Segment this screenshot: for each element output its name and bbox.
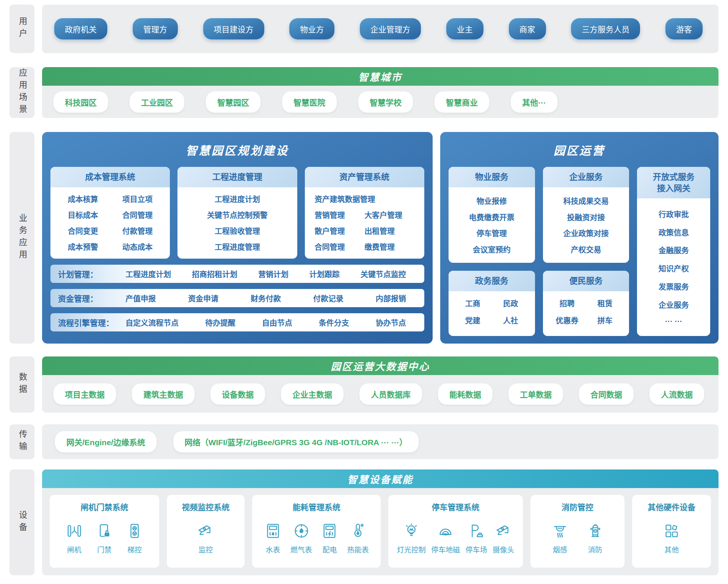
user-pill-government[interactable]: 政府机关 [54, 18, 107, 39]
device-item-turnstile: 闸机 [66, 522, 83, 554]
scenario-pill-industrial-park[interactable]: 工业园区 [130, 91, 184, 113]
fund-row-label: 资金管理： [58, 292, 126, 304]
planning-panel-title: 智慧园区规划建设 [50, 132, 424, 167]
device-item-fire-hydrant: 消防 [587, 522, 604, 554]
user-pill-property[interactable]: 物业方 [289, 18, 334, 39]
other-hardware-title: 其他硬件设备 [635, 501, 708, 512]
fund-item: 内部报销 [376, 293, 406, 304]
device-label: 停车场 [466, 544, 487, 554]
device-cards: 闸机门禁系统 闸机 门禁 [42, 488, 719, 575]
data-pill-device[interactable]: 设备数据 [210, 383, 265, 405]
fund-row-items: 产值申报 资金申请 财务付款 付款记录 内部报销 [126, 293, 424, 304]
plan-row-items: 工程进度计划 招商招租计划 营销计划 计划跟踪 关键节点监控 [126, 268, 424, 279]
device-item-elevator: 梯控 [126, 522, 143, 554]
cost-item: 合同管理 [122, 209, 152, 220]
gateway-item: 金融服务 [659, 245, 689, 256]
cost-item: 动态成本 [122, 241, 152, 252]
user-pill-enterprise-admin[interactable]: 企业管理方 [360, 18, 421, 39]
convenience-item: 拼车 [597, 315, 612, 326]
asset-item-lead: 资产建筑数据管理 [315, 193, 375, 204]
operation-panel: 园区运营 物业服务 物业报修 电费缴费开票 停车管理 会议室预约 企业服务 [440, 132, 719, 344]
cost-item: 合同变更 [68, 225, 98, 236]
device-label: 其他 [664, 544, 679, 554]
user-pill-merchant[interactable]: 商家 [509, 18, 546, 39]
sidebar-label-devices: 设备 [9, 469, 35, 575]
business-content: 智慧园区规划建设 成本管理系统 成本核算 项目立项 目标成本 合同管理 合同变更… [42, 132, 719, 344]
workflow-item: 协办节点 [376, 317, 406, 328]
property-item: 物业报修 [477, 195, 507, 206]
device-item-parking-sensor: 停车地磁 [431, 522, 460, 554]
transport-pill-network[interactable]: 网络（WIFI/蓝牙/ZigBee/GPRS 3G 4G /NB-IOT/LOR… [173, 431, 419, 452]
workflow-item: 条件分支 [319, 317, 349, 328]
gateway-card-title: 开放式服务 接入网关 [637, 167, 710, 198]
parking-sensor-icon [437, 522, 454, 540]
property-service-card: 物业服务 物业报修 电费缴费开票 停车管理 会议室预约 [449, 167, 535, 263]
user-pill-builder[interactable]: 项目建设方 [203, 18, 264, 39]
user-pill-owner[interactable]: 业主 [446, 18, 483, 39]
device-item-parking-lot: 停车场 [466, 522, 487, 554]
transport-pill-row: 网关/Engine/边缘系统 网络（WIFI/蓝牙/ZigBee/GPRS 3G… [42, 424, 719, 459]
cctv-icon [197, 522, 214, 540]
user-pill-third-party[interactable]: 三方服务人员 [571, 18, 640, 39]
transport-content: 网关/Engine/边缘系统 网络（WIFI/蓝牙/ZigBee/GPRS 3G… [42, 424, 719, 459]
smoke-detector-icon [551, 522, 569, 540]
scenarios-label: 应用场景 [16, 68, 28, 117]
door-access-icon [96, 522, 113, 540]
sidebar-label-transport: 传输 [9, 424, 35, 459]
convenience-item: 租赁 [597, 298, 612, 309]
water-meter-icon [264, 522, 282, 540]
video-surveillance-title: 视频监控系统 [170, 501, 242, 512]
data-pill-workorder[interactable]: 工单数据 [508, 383, 563, 405]
cost-card-title: 成本管理系统 [50, 167, 170, 187]
scenario-pill-smart-hospital[interactable]: 智慧医院 [282, 91, 337, 113]
energy-management-icons: 水表 燃气表 配电 [255, 516, 378, 560]
camera-icon [495, 522, 512, 540]
scenario-pill-tech-park[interactable]: 科技园区 [53, 91, 108, 113]
turnstile-icon [66, 522, 83, 540]
gateway-card-body: 行政审批 政策信息 金融服务 知识产权 发票服务 企业服务 ··· ··· [637, 198, 710, 336]
asset-item: 营销管理 [315, 209, 345, 220]
open-service-gateway-card: 开放式服务 接入网关 行政审批 政策信息 金融服务 知识产权 发票服务 企业服务… [637, 167, 710, 336]
energy-management-title: 能耗管理系统 [255, 501, 378, 512]
transport-pill-gateway[interactable]: 网关/Engine/边缘系统 [55, 431, 157, 452]
scenario-pill-smart-park[interactable]: 智慧园区 [206, 91, 260, 113]
planning-panel: 智慧园区规划建设 成本管理系统 成本核算 项目立项 目标成本 合同管理 合同变更… [42, 132, 433, 344]
user-pill-visitor[interactable]: 游客 [665, 18, 703, 39]
data-pill-project[interactable]: 项目主数据 [53, 383, 116, 405]
convenience-item: 优惠券 [556, 315, 579, 326]
data-pill-personnel[interactable]: 人员数据库 [359, 383, 422, 405]
light-control-icon [403, 522, 420, 540]
scenario-pill-smart-business[interactable]: 智慧商业 [435, 91, 489, 113]
user-pill-manager[interactable]: 管理方 [133, 18, 178, 39]
enterprise-card-body: 科技成果交易 投融资对接 企业政策对接 产权交易 [543, 187, 629, 263]
device-label: 烟感 [553, 544, 567, 554]
device-item-other: 其他 [663, 522, 680, 554]
transport-band: 传输 网关/Engine/边缘系统 网络（WIFI/蓝牙/ZigBee/GPRS… [9, 424, 719, 459]
data-pill-energy[interactable]: 能耗数据 [438, 383, 493, 405]
data-pill-contract[interactable]: 合同数据 [579, 383, 634, 405]
business-band: 业务应用 智慧园区规划建设 成本管理系统 成本核算 项目立项 目标成本 合同管理… [9, 132, 719, 344]
scenario-pill-other[interactable]: 其他··· [511, 91, 557, 113]
data-pill-enterprise[interactable]: 企业主数据 [281, 383, 344, 405]
gas-meter-icon [293, 522, 310, 540]
fire-control-card: 消防管控 烟感 消防 [530, 495, 625, 568]
asset-card-body: 资产建筑数据管理 营销管理 大客户管理 散户管理 出租管理 合同管理 缴费管理 [305, 187, 424, 259]
asset-item: 大客户管理 [364, 209, 402, 220]
enterprise-item: 企业政策对接 [563, 228, 609, 239]
planning-cards: 成本管理系统 成本核算 项目立项 目标成本 合同管理 合同变更 付款管理 成本预… [50, 167, 424, 259]
progress-item: 工程验收管理 [215, 225, 260, 236]
device-item-water-meter: 水表 [264, 522, 282, 554]
device-item-smoke-detector: 烟感 [551, 522, 569, 554]
gateway-item: 政策信息 [659, 227, 689, 238]
government-item: 民政 [503, 298, 518, 309]
data-pill-building[interactable]: 建筑主数据 [132, 383, 195, 405]
device-label: 热能表 [347, 544, 369, 554]
fund-item: 产值申报 [126, 293, 156, 304]
fund-item: 资金申请 [188, 293, 218, 304]
device-label: 摄像头 [493, 544, 514, 554]
gateway-title-line1: 开放式服务 [639, 171, 708, 183]
convenience-service-card: 便民服务 招聘 租赁 优惠券 拼车 [543, 271, 629, 336]
data-pill-footfall[interactable]: 人流数据 [650, 383, 704, 405]
fire-hydrant-icon [587, 522, 604, 540]
scenario-pill-smart-school[interactable]: 智慧学校 [358, 91, 413, 113]
